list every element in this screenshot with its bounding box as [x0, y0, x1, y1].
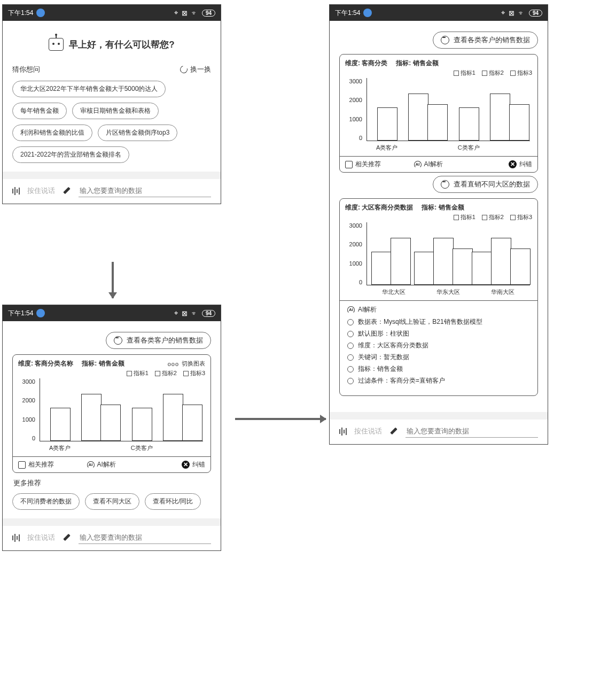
chart-legend: 指标1 指标2 指标3	[345, 69, 532, 77]
voice-hint: 按住说话	[27, 186, 55, 196]
section-divider	[3, 518, 221, 526]
suggestion-chip[interactable]: 利润和销售金额的比值	[12, 125, 92, 141]
legend-item[interactable]: 指标1	[454, 213, 475, 221]
ai-item[interactable]: 关键词：暂无数据	[347, 353, 530, 362]
status-time: 下午1:54	[8, 9, 33, 18]
error-report-button[interactable]: ✕纠错	[509, 160, 532, 169]
suggestion-chip[interactable]: 片区销售金额倒序top3	[98, 125, 177, 141]
phone-screen-a: 下午1:54 ⌖ ⊠ ᯤ 94 早上好，有什么可以帮您? 猜你想问 换一换 华北…	[2, 4, 221, 204]
radio-icon	[347, 378, 354, 384]
user-query-bubble: 查看各类客户的销售数据	[106, 332, 211, 349]
voice-wave-icon[interactable]	[12, 533, 20, 542]
legend-item[interactable]: 指标3	[510, 213, 532, 221]
status-time: 下午1:54	[8, 309, 33, 318]
query-input[interactable]	[79, 531, 211, 544]
pencil-icon[interactable]	[63, 187, 71, 195]
wifi-icon: ᯤ	[191, 9, 198, 17]
checkbox-icon	[454, 215, 459, 220]
metric-label: 指标:	[82, 360, 97, 367]
pencil-icon[interactable]	[63, 533, 71, 542]
switch-chart-button[interactable]: ooo 切换图表	[168, 360, 205, 368]
ai-header-text: AI解析	[358, 305, 377, 314]
legend-item[interactable]: 指标2	[482, 69, 504, 77]
ai-analysis-panel: AI AI解析 数据表：Mysql线上验证，B21销售数据模型 默认图形：柱状图…	[340, 300, 537, 392]
wifi-icon: ᯤ	[518, 9, 525, 17]
chart-legend: 指标1 指标2 指标3	[18, 369, 205, 377]
bubble-text: 查看各类客户的销售数据	[454, 35, 530, 45]
rec-chip[interactable]: 不同消费者的数据	[12, 493, 80, 510]
ai-analyze-button[interactable]: AIAI解析	[87, 460, 116, 469]
phone-screen-b: 下午1:54 ⌖ ⊠ ᯤ 94 查看各类客户的销售数据 维度: 客商分类名称 指…	[2, 305, 221, 551]
voice-wave-icon[interactable]	[12, 186, 20, 196]
suggestion-chip[interactable]: 每年销售金额	[12, 103, 67, 119]
radio-icon	[347, 354, 354, 361]
status-time: 下午1:54	[335, 9, 360, 18]
more-icon: ooo	[168, 361, 179, 367]
legend-item[interactable]: 指标3	[183, 369, 205, 377]
dim-value: 客商分类	[362, 59, 387, 67]
switch-label: 切换图表	[182, 360, 205, 368]
ai-icon: AI	[414, 161, 422, 168]
bars	[40, 378, 203, 441]
related-rec-button[interactable]: 相关推荐	[18, 460, 54, 469]
suggestion-chip[interactable]: 2021-2022年的营业部销售金额排名	[12, 146, 129, 163]
checkbox-icon	[454, 71, 459, 76]
suggestion-chips: 华北大区2022年下半年销售金额大于5000的达人 每年销售金额 审核日期销售金…	[12, 81, 211, 163]
bar-chart: 3000200010000A类客户C类客户	[345, 78, 532, 153]
chat-icon	[114, 336, 122, 345]
legend-item[interactable]: 指标3	[510, 69, 532, 77]
legend-item[interactable]: 指标2	[482, 213, 504, 221]
suggestion-chip[interactable]: 审核日期销售金额和表格	[72, 103, 159, 119]
metric-label: 指标:	[422, 204, 436, 211]
suggestion-chip[interactable]: 华北大区2022年下半年销售金额大于5000的达人	[12, 81, 166, 97]
checkbox-icon	[155, 371, 160, 376]
wifi-icon: ᯤ	[191, 309, 198, 317]
metric-value: 销售金额	[439, 204, 464, 211]
ai-item[interactable]: 默认图形：柱状图	[347, 329, 530, 338]
pencil-icon[interactable]	[389, 427, 398, 436]
chart-legend: 指标1 指标2 指标3	[345, 213, 532, 221]
dim-label: 维度:	[345, 59, 360, 67]
vibrate-icon: ⊠	[182, 9, 188, 17]
chart-card: 维度: 客商分类 指标: 销售金额 指标1 指标2 指标3 3000200010…	[339, 54, 538, 173]
legend-item[interactable]: 指标1	[127, 369, 149, 377]
chat-icon	[441, 180, 449, 189]
statusbar: 下午1:54 ⌖ ⊠ ᯤ 94	[3, 5, 221, 21]
phone-screen-c: 下午1:54 ⌖ ⊠ ᯤ 94 查看各类客户的销售数据 维度: 客商分类 指标:…	[329, 4, 548, 445]
ai-item[interactable]: 过滤条件：客商分类=直销客户	[347, 376, 530, 385]
statusbar: 下午1:54 ⌖ ⊠ ᯤ 94	[330, 5, 548, 21]
query-input[interactable]	[406, 425, 538, 438]
checkbox-icon	[127, 371, 132, 376]
ai-item[interactable]: 数据表：Mysql线上验证，B21销售数据模型	[347, 317, 530, 327]
related-rec-button[interactable]: 相关推荐	[345, 160, 381, 169]
y-axis: 3000200010000	[18, 378, 37, 441]
legend-item[interactable]: 指标1	[454, 69, 475, 77]
input-bar: 按住说话	[12, 179, 211, 199]
dim-label: 维度:	[345, 204, 360, 211]
chat-icon	[441, 36, 449, 44]
checkbox-icon	[183, 371, 189, 376]
greeting-row: 早上好，有什么可以帮您?	[12, 38, 211, 51]
refresh-button[interactable]: 换一换	[180, 65, 211, 74]
bubble-text: 查看各类客户的销售数据	[127, 336, 203, 345]
flow-arrow-down	[112, 262, 114, 298]
ai-item[interactable]: 指标：销售金额	[347, 364, 530, 374]
query-input[interactable]	[79, 184, 211, 197]
error-icon: ✕	[182, 461, 190, 469]
x-axis: A类客户C类客户	[40, 441, 203, 452]
app-dot-icon	[36, 9, 45, 17]
error-report-button[interactable]: ✕纠错	[182, 460, 205, 469]
chart-card: 维度: 大区客商分类数据 指标: 销售金额 指标1 指标2 指标3 300020…	[339, 198, 538, 396]
dim-value: 客商分类名称	[35, 360, 73, 367]
checkbox-icon	[510, 71, 516, 76]
legend-item[interactable]: 指标2	[155, 369, 177, 377]
section-divider	[330, 412, 548, 420]
ai-analyze-button[interactable]: AIAI解析	[414, 160, 443, 169]
radio-icon	[347, 331, 354, 337]
battery-pill: 94	[202, 10, 215, 17]
rec-chip[interactable]: 查看环比/同比	[145, 493, 201, 510]
voice-wave-icon[interactable]	[339, 426, 347, 436]
checkbox-icon	[482, 71, 487, 76]
ai-item[interactable]: 维度：大区客商分类数据	[347, 341, 530, 350]
rec-chip[interactable]: 查看不同大区	[85, 493, 139, 510]
